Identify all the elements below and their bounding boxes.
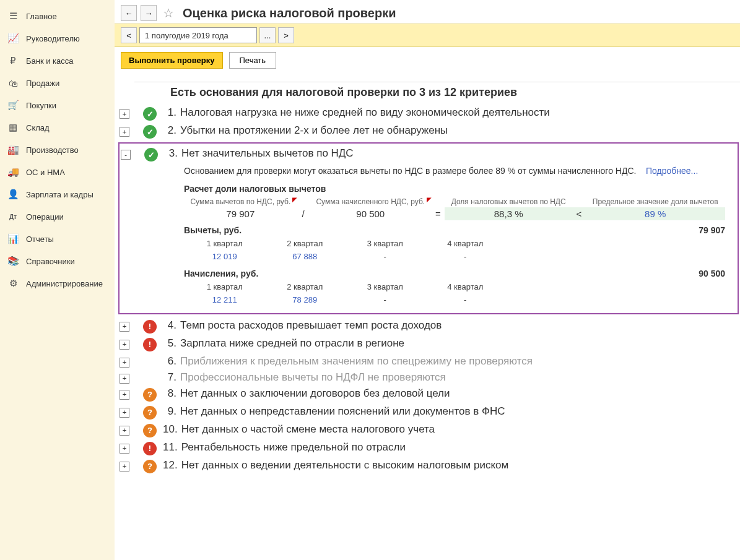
item-number: 2.	[163, 124, 176, 137]
status-warn-icon: ?	[143, 406, 157, 420]
q-value[interactable]: 78 289	[266, 294, 345, 306]
detail-text: Основанием для проверки могут оказаться …	[184, 165, 725, 178]
item-number: 4.	[163, 319, 176, 332]
status-warn-icon: ?	[143, 388, 157, 402]
q-label: 4 квартал	[426, 281, 505, 293]
expand-toggle[interactable]: +	[120, 109, 129, 119]
calc-header: Сумма вычетов по НДС, руб.◤	[184, 196, 297, 207]
sidebar-item-main[interactable]: ☰Главное	[0, 5, 115, 27]
sidebar-item-assets[interactable]: 🚚ОС и НМА	[0, 161, 115, 183]
more-link[interactable]: Подробнее...	[646, 166, 698, 176]
item-number: 12.	[163, 459, 178, 472]
period-input[interactable]: 1 полугодие 2019 года	[139, 27, 257, 43]
books-icon: 📚	[7, 256, 19, 267]
calc-table: Сумма вычетов по НДС, руб.◤ Сумма начисл…	[184, 196, 725, 220]
item-title: Убытки на протяжении 2-х и более лет не …	[180, 124, 448, 137]
chart-icon: 📈	[7, 33, 19, 44]
page-title: Оценка риска налоговой проверки	[183, 6, 396, 20]
item-title: Нет значительных вычетов по НДС	[181, 147, 354, 160]
q-value[interactable]: 12 211	[185, 294, 264, 306]
item-number: 1.	[163, 106, 176, 119]
highlighted-criteria: - ✓ 3. Нет значительных вычетов по НДС О…	[118, 142, 739, 314]
item-title: Нет данных о непредставлении пояснений и…	[180, 405, 505, 418]
item-title: Налоговая нагрузка не ниже средней по ви…	[180, 106, 550, 119]
favorite-star-icon[interactable]: ☆	[163, 6, 174, 20]
sidebar-item-bank[interactable]: ₽Банк и касса	[0, 50, 115, 72]
period-picker-button[interactable]: ...	[259, 27, 276, 43]
expand-toggle[interactable]: +	[120, 408, 129, 418]
status-ok-icon: ✓	[144, 148, 158, 162]
item-title: Нет данных о ведении деятельности с высо…	[181, 459, 509, 472]
status-warn-icon: ?	[143, 424, 157, 437]
sidebar: ☰Главное 📈Руководителю ₽Банк и касса 🛍Пр…	[0, 0, 115, 560]
sidebar-item-admin[interactable]: ⚙Администрирование	[0, 272, 115, 295]
expand-toggle[interactable]: +	[120, 374, 129, 384]
sidebar-item-hr[interactable]: 👤Зарплата и кадры	[0, 183, 115, 205]
period-next-button[interactable]: >	[278, 27, 294, 43]
item-title: Зарплата ниже средней по отрасли в регио…	[180, 337, 404, 350]
period-prev-button[interactable]: <	[121, 27, 137, 43]
sidebar-item-stock[interactable]: ▦Склад	[0, 116, 115, 139]
sidebar-item-purchases[interactable]: 🛒Покупки	[0, 94, 115, 116]
item-title: Приближения к предельным значениям по сп…	[180, 355, 533, 368]
sidebar-item-label: Продажи	[26, 79, 59, 88]
expand-toggle[interactable]: +	[120, 322, 129, 332]
calc-op: /	[297, 207, 310, 220]
calc-value: 79 907	[184, 207, 297, 220]
item-number: 10.	[163, 423, 178, 436]
q-value: -	[346, 251, 425, 262]
sidebar-item-catalogs[interactable]: 📚Справочники	[0, 250, 115, 272]
sidebar-item-label: Операции	[26, 212, 64, 222]
calc-op: =	[432, 207, 445, 220]
expand-toggle[interactable]: +	[120, 426, 129, 436]
item-number: 9.	[163, 405, 176, 418]
item-number: 7.	[163, 371, 176, 384]
sidebar-item-manager[interactable]: 📈Руководителю	[0, 27, 115, 50]
item-title: Нет данных о частой смене места налогово…	[181, 423, 435, 436]
q-value[interactable]: 67 888	[266, 251, 345, 262]
status-ok-icon: ✓	[143, 125, 157, 139]
sidebar-item-label: Руководителю	[26, 34, 80, 43]
calc-result: 88,3 %	[445, 207, 573, 220]
q-label: 3 квартал	[346, 281, 425, 293]
sidebar-item-label: Администрирование	[26, 279, 103, 288]
sidebar-item-reports[interactable]: 📊Отчеты	[0, 228, 115, 250]
item-number: 6.	[163, 355, 176, 368]
expand-toggle[interactable]: +	[120, 390, 129, 400]
expand-toggle[interactable]: +	[120, 462, 129, 472]
q-value[interactable]: 12 019	[185, 251, 264, 262]
print-button[interactable]: Печать	[229, 52, 277, 69]
expand-toggle[interactable]: -	[121, 150, 131, 160]
deductions-header: Вычеты, руб. 79 907	[184, 225, 725, 235]
criteria-row: + ! 11. Рентабельность ниже предельной п…	[118, 441, 740, 455]
nav-forward-button[interactable]: →	[141, 5, 157, 21]
status-warn-icon: ?	[143, 460, 157, 473]
sidebar-item-label: Отчеты	[26, 235, 54, 244]
expand-toggle[interactable]: +	[120, 340, 129, 350]
status-err-icon: !	[143, 320, 157, 334]
run-check-button[interactable]: Выполнить проверку	[121, 52, 223, 69]
gear-icon: ⚙	[7, 278, 19, 289]
grid-icon: ▦	[7, 122, 19, 133]
sidebar-item-production[interactable]: 🏭Производство	[0, 139, 115, 161]
person-icon: 👤	[7, 189, 19, 200]
factory-icon: 🏭	[7, 144, 19, 155]
accruals-header: Начисления, руб. 90 500	[184, 269, 725, 278]
period-bar: < 1 полугодие 2019 года ... >	[115, 24, 740, 47]
expand-toggle[interactable]: +	[120, 127, 129, 137]
menu-icon: ☰	[7, 11, 19, 22]
sidebar-item-operations[interactable]: ДтОперации	[0, 205, 115, 228]
sidebar-item-label: Справочники	[26, 257, 75, 266]
expand-toggle[interactable]: +	[120, 444, 129, 454]
nav-back-button[interactable]: ←	[121, 5, 137, 21]
item-title: Нет данных о заключении договоров без де…	[180, 387, 450, 400]
item-title: Рентабельность ниже предельной по отрасл…	[181, 441, 406, 454]
item-number: 8.	[163, 387, 176, 400]
sidebar-item-label: Производство	[26, 145, 79, 155]
q-label: 3 квартал	[346, 238, 425, 249]
calc-limit[interactable]: 89 %	[585, 207, 725, 220]
accruals-table: 1 квартал 2 квартал 3 квартал 4 квартал …	[184, 280, 506, 307]
cart-icon: 🛒	[7, 100, 19, 111]
expand-toggle[interactable]: +	[120, 358, 129, 368]
sidebar-item-sales[interactable]: 🛍Продажи	[0, 72, 115, 94]
